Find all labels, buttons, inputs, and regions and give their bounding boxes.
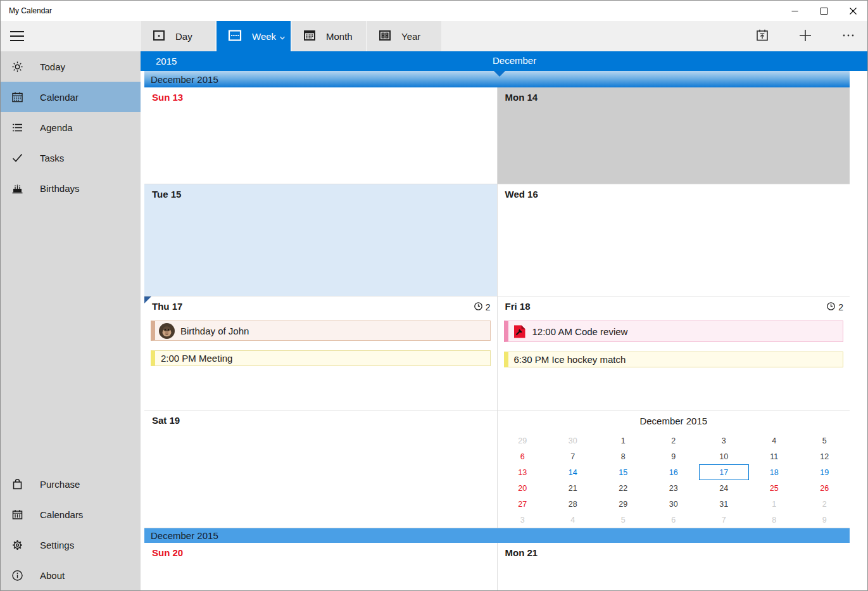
mini-calendar-day[interactable]: 5: [800, 433, 850, 448]
tab-day[interactable]: Day: [141, 21, 215, 51]
day-cell-tue-15[interactable]: Tue 15: [144, 184, 498, 296]
event-title: 6:30 PM Ice hockey match: [514, 354, 626, 365]
day-cell-mon-21[interactable]: Mon 21: [498, 543, 850, 590]
close-button[interactable]: [838, 1, 867, 21]
event-2-00-pm-meeting[interactable]: 2:00 PM Meeting: [151, 350, 491, 366]
day-cell-sat-19[interactable]: Sat 19: [144, 410, 498, 528]
mini-calendar-day[interactable]: 14: [548, 464, 598, 480]
mini-calendar-day[interactable]: 7: [548, 448, 598, 464]
event-birthday-of-john[interactable]: Birthday of John: [151, 321, 491, 341]
mini-calendar-day[interactable]: 2: [800, 496, 850, 512]
add-icon: [797, 27, 814, 46]
mini-calendar-day[interactable]: 18: [749, 464, 800, 480]
mini-calendar-day[interactable]: 15: [598, 464, 649, 480]
sidebar-item-calendars[interactable]: Calendars: [1, 499, 141, 530]
sidebar-item-label: Calendars: [40, 509, 83, 520]
mini-calendar-day[interactable]: 30: [648, 496, 699, 512]
mini-calendar-day[interactable]: 6: [648, 512, 699, 528]
mini-calendar-day[interactable]: 7: [699, 512, 750, 528]
sidebar-item-tasks[interactable]: Tasks: [1, 143, 141, 173]
mini-calendar-day[interactable]: 23: [648, 480, 699, 496]
window-controls: [780, 1, 867, 21]
day-cell-sun-20[interactable]: Sun 20: [144, 543, 498, 590]
mini-calendar-day[interactable]: 4: [548, 512, 598, 528]
mini-calendar-day[interactable]: 8: [749, 512, 800, 528]
mini-calendar-day[interactable]: 30: [548, 433, 598, 448]
mini-calendar-day[interactable]: 19: [800, 464, 850, 480]
sidebar-item-birthdays[interactable]: Birthdays: [1, 173, 141, 203]
maximize-button[interactable]: [809, 1, 838, 21]
mini-calendar-day[interactable]: 2: [648, 433, 699, 448]
mini-calendar-day[interactable]: 20: [498, 480, 548, 496]
mini-calendar-day[interactable]: 5: [598, 512, 649, 528]
mini-calendar-day[interactable]: 12: [800, 448, 850, 464]
mini-calendar-day[interactable]: 25: [749, 480, 800, 496]
mini-calendar-day[interactable]: 3: [699, 433, 750, 448]
mini-calendar-day[interactable]: 29: [498, 433, 548, 448]
mini-calendar-day[interactable]: 1: [749, 496, 800, 512]
more-icon: [840, 27, 857, 46]
sidebar-item-today[interactable]: Today: [1, 51, 141, 82]
mini-calendar-day[interactable]: 26: [800, 480, 850, 496]
sidebar-item-calendar[interactable]: Calendar: [1, 82, 141, 112]
sidebar-item-about[interactable]: About: [1, 560, 141, 590]
header-month[interactable]: December: [493, 55, 536, 66]
sidebar-item-label: Birthdays: [40, 183, 80, 194]
header-year[interactable]: 2015: [156, 56, 177, 67]
sidebar-item-settings[interactable]: Settings: [1, 530, 141, 560]
day-cell-wed-16[interactable]: Wed 16: [498, 184, 850, 296]
mini-calendar-day[interactable]: 10: [699, 448, 750, 464]
tab-year[interactable]: Year: [367, 21, 441, 51]
mini-calendar-day[interactable]: 28: [548, 496, 598, 512]
mini-calendar-day[interactable]: 16: [648, 464, 699, 480]
event-title: Birthday of John: [180, 326, 249, 336]
tab-week[interactable]: Week: [217, 21, 291, 51]
sidebar-item-agenda[interactable]: Agenda: [1, 112, 141, 143]
day-cell-header: Fri 182: [498, 296, 850, 313]
mini-calendar-day[interactable]: 1: [598, 433, 649, 448]
mini-calendar-day[interactable]: 27: [498, 496, 548, 512]
goto-today-icon: [755, 28, 770, 45]
add-event-button[interactable]: [796, 27, 814, 45]
mini-calendar-day[interactable]: 13: [498, 464, 548, 480]
event-count: 2: [838, 302, 843, 312]
week-row: Sun 20Mon 21: [144, 543, 850, 590]
mini-calendar-day[interactable]: 6: [498, 448, 548, 464]
week-row: Sun 13Mon 14: [144, 87, 850, 184]
goto-today-button[interactable]: [753, 27, 771, 45]
sidebar-item-label: Agenda: [40, 122, 73, 133]
event-12-00-am-code-review[interactable]: 12:00 AM Code review: [504, 321, 844, 342]
hamburger-menu-button[interactable]: [10, 31, 24, 41]
minimize-button[interactable]: [780, 1, 809, 21]
tab-month[interactable]: Month: [292, 21, 366, 51]
sidebar: TodayCalendarAgendaTasksBirthdays Purcha…: [1, 21, 141, 590]
mini-calendar-day[interactable]: 11: [749, 448, 800, 464]
date-header-bar: 2015 December: [141, 51, 867, 71]
check-icon: [11, 151, 24, 165]
month-separator-band: December 2015: [144, 528, 850, 543]
day-cell-sun-13[interactable]: Sun 13: [144, 87, 498, 184]
mini-calendar-day[interactable]: 9: [648, 448, 699, 464]
mini-calendar-day[interactable]: 21: [548, 480, 598, 496]
tab-label: Month: [326, 31, 353, 42]
day-cell-fri-18[interactable]: Fri 18212:00 AM Code review6:30 PM Ice h…: [498, 296, 850, 410]
mini-calendar-day[interactable]: 29: [598, 496, 649, 512]
sidebar-item-purchase[interactable]: Purchase: [1, 469, 141, 499]
day-cell-mon-14[interactable]: Mon 14: [498, 87, 850, 184]
mini-calendar-day-selected[interactable]: 17: [699, 464, 750, 480]
mini-calendar-day[interactable]: 22: [598, 480, 649, 496]
mini-calendar-day[interactable]: 8: [598, 448, 649, 464]
mini-calendar-day[interactable]: 24: [699, 480, 750, 496]
mini-calendar-day[interactable]: 9: [800, 512, 850, 528]
day-cell-thu-17[interactable]: Thu 172Birthday of John2:00 PM Meeting: [144, 296, 498, 410]
mini-month-calendar: December 2015293012345678910111213141516…: [498, 410, 850, 528]
more-button[interactable]: [840, 27, 857, 45]
calendars-icon: [11, 508, 24, 521]
mini-calendar-day[interactable]: 4: [749, 433, 800, 448]
event-6-30-pm-ice-hockey-match[interactable]: 6:30 PM Ice hockey match: [504, 352, 844, 367]
day-label: Fri 18: [505, 301, 531, 312]
mini-calendar-day[interactable]: 3: [498, 512, 548, 528]
month-view-icon: [303, 29, 317, 44]
mini-calendar-day[interactable]: 31: [699, 496, 750, 512]
event-list: 12:00 AM Code review6:30 PM Ice hockey m…: [498, 313, 850, 367]
